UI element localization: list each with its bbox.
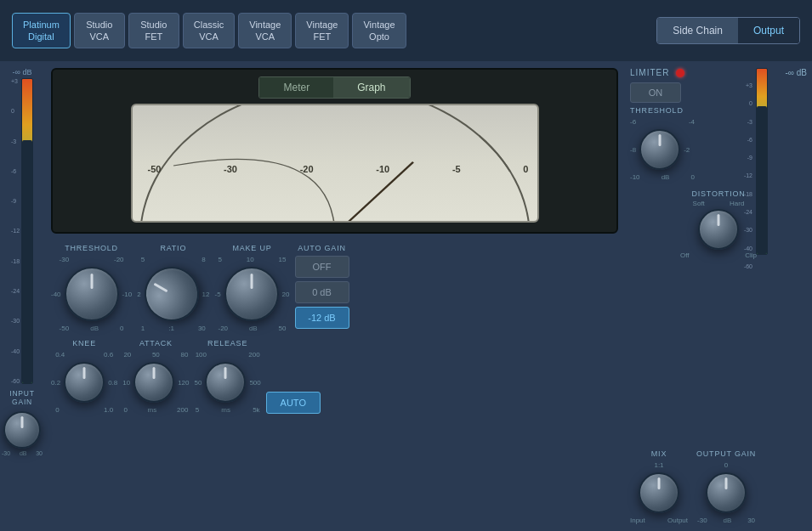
distortion-section: DISTORTION Soft Hard Off Clip [630,189,807,259]
preset-vintage-fet[interactable]: VintageFET [295,13,349,49]
release-label: RELEASE [207,339,247,347]
vu-display: Meter Graph -50 -30 -20 -10 -5 0 [51,68,618,234]
limiter-db-label: -∞ dB [786,68,807,77]
input-gain-db-label: dB [20,450,27,456]
knee-knob[interactable] [64,362,105,403]
ratio-knob[interactable] [134,257,208,330]
preset-vintage-opto[interactable]: VintageOpto [352,13,406,49]
input-gain-label: INPUT GAIN [2,389,43,406]
auto-gain-label: AUTO GAIN [298,244,346,252]
mix-output-label: Output [667,517,688,524]
threshold-group: THRESHOLD -30-20 -40 -10 -50dB0 [51,244,132,332]
side-chain-button[interactable]: Side Chain [657,18,738,43]
preset-classic-vca[interactable]: ClassicVCA [183,13,235,49]
attack-label: ATTACK [139,339,173,347]
meter-toggle[interactable]: Meter [259,77,333,98]
distortion-label: DISTORTION [691,189,745,198]
preset-vintage-vca[interactable]: VintageVCA [238,13,292,49]
center-section: Meter Graph -50 -30 -20 -10 -5 0 [44,61,625,531]
input-gain-meter: -∞ dB +3 0 -3 -6 -9 -12 -18 -24 -30 -40 … [0,61,44,531]
preset-studio-vca[interactable]: StudioVCA [74,13,125,49]
auto-gain-neg12-btn[interactable]: -12 dB [295,307,349,329]
distortion-off-label: Off [680,251,690,259]
distortion-knob[interactable] [698,209,739,250]
output-button[interactable]: Output [738,18,799,43]
auto-button[interactable]: AUTO [266,392,321,414]
ratio-label: RATIO [160,244,186,252]
top-bar: PlatinumDigital StudioVCA StudioFET Clas… [0,0,812,61]
threshold-knob[interactable] [65,267,119,321]
threshold-label: THRESHOLD [65,244,118,252]
makeup-label: MAKE UP [232,244,271,252]
limiter-threshold-group: THRESHOLD -6-4 -8 -2 -10dB0 [630,106,802,181]
vu-toggle-row: Meter Graph [258,76,410,99]
limiter-row: LIMITER -∞ dB [630,68,807,77]
mix-knob[interactable] [639,472,679,513]
attack-group: ATTACK 205080 10 120 0ms200 [122,339,189,414]
ratio-group: RATIO 58 2 12 1:130 [137,244,209,332]
output-vu-bar [756,68,768,255]
limiter-on-btn[interactable]: ON [630,82,681,103]
output-gain-value: 0 [724,461,728,469]
output-gain-label: OUTPUT GAIN [696,449,756,458]
preset-platinum-digital[interactable]: PlatinumDigital [12,13,71,49]
output-gain-right: 30 [747,517,755,524]
output-gain-db: dB [723,517,731,524]
input-vu-bar [21,78,33,384]
mix-ratio: 1:1 [654,461,663,469]
input-gain-left-val: -30 [2,450,10,456]
input-meter-top-label: -∞ dB [13,68,32,76]
input-gain-right-val: 30 [36,450,43,456]
distortion-soft-label: Soft [693,200,705,207]
attack-knob[interactable] [133,362,174,403]
right-section: LIMITER -∞ dB ON THRESHOLD -6-4 -8 -2 [625,61,812,531]
makeup-group: MAKE UP 51015 -5 20 -20dB50 [214,244,289,332]
limiter-threshold-label: THRESHOLD [630,106,684,115]
limiter-threshold-knob[interactable] [639,129,680,170]
output-gain-left: -30 [697,517,707,524]
preset-tabs: PlatinumDigital StudioVCA StudioFET Clas… [12,13,406,49]
meter-face: -50 -30 -20 -10 -5 0 [131,104,539,223]
mix-input-label: Input [630,517,645,524]
graph-toggle[interactable]: Graph [333,77,409,98]
main-content: -∞ dB +3 0 -3 -6 -9 -12 -18 -24 -30 -40 … [0,61,812,531]
auto-gain-off-btn[interactable]: OFF [295,256,349,278]
output-gain-knob[interactable] [706,472,747,513]
auto-gain-0db-btn[interactable]: 0 dB [295,281,349,303]
top-right-buttons: Side Chain Output [656,17,800,44]
makeup-knob[interactable] [224,267,279,321]
input-gain-knob[interactable] [3,411,41,449]
knee-label: KNEE [72,339,96,347]
output-gain-group: OUTPUT GAIN 0 -30 dB 30 [696,449,756,524]
mix-group: MIX 1:1 Input Output [630,449,688,524]
preset-studio-fet[interactable]: StudioFET [128,13,179,49]
release-group: RELEASE 100200 50 500 5ms5k [195,339,261,414]
mix-label: MIX [651,449,667,458]
distortion-hard-label: Hard [730,200,744,207]
limiter-led [676,69,684,77]
svg-line-0 [335,162,413,223]
limiter-label: LIMITER [630,68,669,77]
knee-group: KNEE 0.40.6 0.2 0.8 01.0 [51,339,117,414]
auto-gain-section: AUTO GAIN OFF 0 dB -12 dB [295,244,349,329]
release-knob[interactable] [205,362,246,403]
